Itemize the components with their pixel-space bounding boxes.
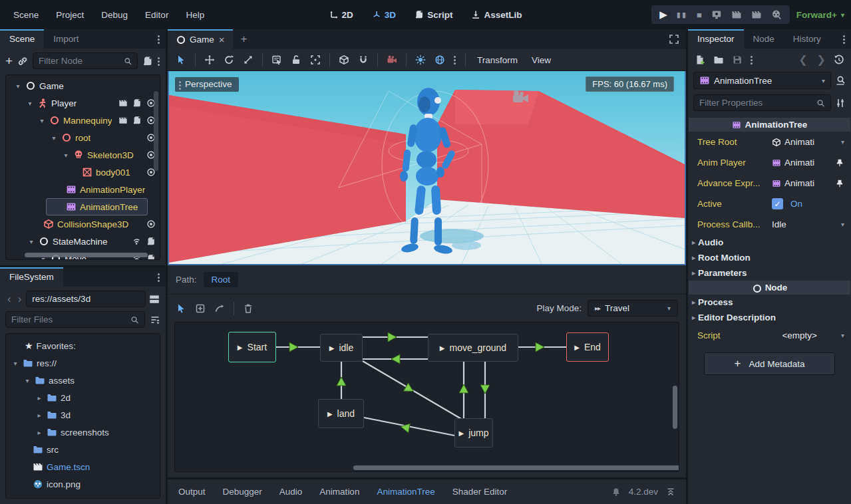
tree-row-animationplayer[interactable]: AnimationPlayer [6,181,160,198]
distraction-free-icon[interactable] [669,34,679,45]
play-custom-scene-icon[interactable] [751,9,762,20]
create-node-icon[interactable] [195,303,206,314]
move-tool-icon[interactable] [204,55,215,65]
collapse-icon[interactable]: ▾ [38,117,46,124]
section-process[interactable]: ▸Process [688,295,851,310]
fs-row-assets[interactable]: ▾ assets [6,372,160,389]
tab-scene[interactable]: Scene [0,29,44,49]
expand-icon[interactable]: ▸ [35,429,43,436]
signal-icon[interactable] [132,237,142,246]
switch-3d-button[interactable]: 3D [366,7,402,23]
expand-icon[interactable]: ▸ [35,412,43,419]
open-docs-icon[interactable] [835,75,846,86]
collapse-icon[interactable]: ▾ [50,134,58,142]
state-node-move-ground[interactable]: ▶move_ground [428,334,518,362]
filter-files-input[interactable] [11,315,126,324]
play-state-icon[interactable]: ▶ [327,410,333,418]
tab-animationtree[interactable]: AnimationTree [377,487,434,497]
sun-icon[interactable] [415,55,426,65]
history-back-icon[interactable]: ❮ [798,53,807,66]
stop-button[interactable]: ■ [697,10,702,20]
tab-animation[interactable]: Animation [319,487,359,497]
inspector-menu-icon[interactable] [843,34,846,45]
add-metadata-button[interactable]: + Add Metadata [704,352,835,375]
tree-row-collisionshape3d[interactable]: CollisionShape3D [6,215,160,233]
collapse-icon[interactable]: ▾ [27,238,35,245]
tab-debugger[interactable]: Debugger [223,487,262,497]
menu-project[interactable]: Project [49,7,90,23]
instance-scene-icon[interactable] [17,56,28,66]
tab-inspector[interactable]: Inspector [688,29,744,49]
tree-row-skeleton3d[interactable]: ▾ Skeleton3D [6,146,160,164]
scene-dock-menu-icon[interactable] [158,34,160,45]
select-mode-icon[interactable] [176,303,186,314]
tree-row-mannequiny[interactable]: ▾ Mannequiny [6,112,160,129]
tree-row-body001[interactable]: body001 [6,164,160,181]
scene-instance-icon[interactable] [118,98,128,108]
group-icon[interactable] [310,55,321,65]
camera-preview-icon[interactable] [387,55,397,65]
sort-files-icon[interactable] [150,315,160,325]
collapse-icon[interactable]: ▾ [62,152,70,159]
prop-advance-expression[interactable]: Advance Expr... Animati [688,173,851,193]
graph-hscrollbar[interactable] [353,465,679,470]
tree-row-animationtree[interactable]: AnimationTree [6,198,160,215]
section-editor-description[interactable]: ▸Editor Description [688,310,851,325]
section-root-motion[interactable]: ▸Root Motion [688,250,851,265]
environment-icon[interactable] [434,55,445,65]
state-node-jump[interactable]: ▶jump [454,418,493,447]
new-resource-icon[interactable] [695,55,705,65]
transform-menu[interactable]: Transform [474,55,520,65]
nav-forward-icon[interactable]: › [16,293,24,306]
collapse-icon[interactable]: ▾ [11,360,19,367]
fs-row-2d[interactable]: ▸ 2d [6,389,160,406]
fs-path-input[interactable] [32,294,140,304]
chevron-down-icon[interactable]: ▾ [841,332,844,339]
ruler-icon[interactable] [339,55,349,65]
switch-2d-button[interactable]: 2D [323,7,359,23]
tree-row-player[interactable]: ▾ Player [6,94,160,112]
prop-tree-root[interactable]: Tree Root Animati ▾ [688,132,851,152]
fs-row-res[interactable]: ▾ res:// [6,354,160,372]
play-button[interactable]: ▶ [659,9,667,21]
tree-row-root[interactable]: ▾ root [6,129,160,146]
scene-tree-hscrollbar[interactable] [25,253,148,257]
select-tool-icon[interactable] [176,55,186,65]
tab-filesystem[interactable]: FileSystem [0,267,63,287]
history-forward-icon[interactable]: ❯ [817,53,826,66]
tab-shader-editor[interactable]: Shader Editor [452,487,508,497]
switch-script-button[interactable]: Script [409,7,458,23]
renderer-selector[interactable]: Forward+ ▾ [796,10,844,20]
scene-tree-menu-icon[interactable] [158,56,160,66]
section-parameters[interactable]: ▸Parameters [688,265,851,281]
tab-audio[interactable]: Audio [279,487,303,497]
state-node-start[interactable]: ▶Start [228,332,276,362]
tab-import[interactable]: Import [44,29,88,49]
chevron-down-icon[interactable]: ▾ [841,221,844,228]
script-icon[interactable] [146,237,156,246]
filter-properties-input[interactable] [699,98,812,108]
display-mode-icon[interactable] [148,293,160,305]
pin-value-icon[interactable] [835,179,844,188]
connect-nodes-icon[interactable] [214,303,225,314]
switch-assetlib-button[interactable]: AssetLib [465,7,528,23]
state-node-land[interactable]: ▶land [318,399,364,428]
fs-row-favorites[interactable]: ★ Favorites: [6,337,160,354]
visibility-icon[interactable] [146,219,156,229]
view-options-icon[interactable] [454,55,456,65]
script-icon[interactable] [132,116,142,125]
list-select-icon[interactable] [271,55,282,65]
play-scene-icon[interactable] [731,9,742,20]
menu-scene[interactable]: Scene [7,7,45,23]
nav-back-icon[interactable]: ‹ [5,293,13,306]
script-icon[interactable] [146,254,156,260]
resource-options-icon[interactable] [751,55,753,65]
fs-row-3d[interactable]: ▸ 3d [6,406,160,424]
prop-script[interactable]: Script <empty> ▾ [688,325,851,346]
fs-row-src[interactable]: src [6,441,160,458]
script-icon[interactable] [132,98,142,108]
statemachine-graph[interactable]: ▶Start ▶idle ▶move_ground ▶End ▶land ▶ju… [174,322,679,472]
pause-button[interactable]: ▮▮ [677,11,687,19]
viewport-3d[interactable]: Perspective FPS: 60 (16.67 ms) [168,71,686,265]
menu-help[interactable]: Help [179,7,211,23]
